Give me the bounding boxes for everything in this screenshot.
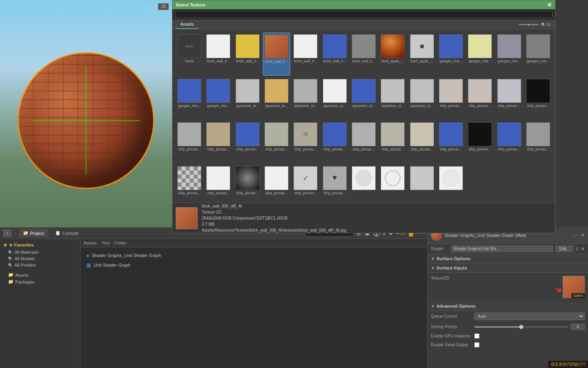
panel-tab-project[interactable]: 📁 Project [19, 229, 48, 237]
texture-item-41[interactable]: ship_pinnac... [234, 164, 261, 207]
texture-item-25[interactable]: ship_pinnac... [524, 77, 552, 119]
texture-item-15[interactable]: japanese_st... [234, 77, 261, 119]
texture-item-14[interactable]: ganges_rive... [205, 77, 232, 119]
texture-item-38[interactable]: ship_pinnac... [524, 121, 552, 163]
select-button[interactable]: Select [572, 293, 585, 298]
sidebar-all-prefabs[interactable]: 🔍 All Prefabs [0, 262, 80, 268]
texture-item-7[interactable]: food_apple_... [379, 33, 406, 76]
texture-item-17[interactable]: japanese_st... [292, 77, 319, 119]
texture-item-12[interactable]: ganges_rive... [524, 33, 552, 76]
queue-control-dropdown[interactable]: Auto [474, 312, 585, 320]
texture-item-13[interactable]: ganges_rive... [176, 77, 203, 119]
texture-label-38: ship_pinnac... [527, 147, 549, 151]
sidebar-all-materials[interactable]: 🔍 All Materials [0, 249, 80, 255]
inspector-more-button[interactable]: ⋯ [574, 232, 578, 238]
texture-item-47[interactable] [408, 164, 435, 207]
sidebar-all-models[interactable]: 🔍 All Models [0, 255, 80, 262]
texture-item-20[interactable]: japanese_st... [379, 77, 406, 119]
shader-dropdown[interactable]: Shader Graphs/Unit Shi... [451, 245, 553, 252]
dialog-close-button[interactable]: ✕ [547, 2, 552, 8]
texture-item-24[interactable]: ship_pinnac... [495, 77, 522, 119]
texture-thumb-3 [264, 35, 289, 59]
texture-label-37: ship_pinnac... [498, 147, 520, 151]
sorting-priority-slider[interactable] [474, 326, 568, 328]
texture-item-36[interactable]: ship_pinnac... [466, 121, 494, 163]
texture-item-37[interactable]: ship_pinnac... [495, 121, 522, 163]
texture-item-22[interactable]: ship_pinnac... [437, 77, 465, 119]
texture-item-33[interactable]: ship_pinnac... [379, 121, 406, 163]
texture-item-45[interactable] [350, 164, 377, 207]
texture-item-30[interactable]: ✱ ship_pinnac... [292, 121, 319, 163]
breadcrumb-folder[interactable]: Folder [115, 241, 127, 245]
texture-item-32[interactable]: ship_pinnac... [350, 121, 377, 163]
texture-item-16[interactable]: japanese_st... [263, 77, 290, 119]
texture-item-48[interactable] [437, 164, 465, 207]
file-shader-graphs[interactable]: ● Shader Graphs_Unit Shader Graph [84, 251, 424, 260]
breadcrumb-test[interactable]: Test [102, 241, 110, 245]
texture-thumb-9 [439, 34, 463, 58]
texture-item-11[interactable]: ganges_rive... [495, 33, 522, 76]
texture-item-40[interactable]: ship_pinnac... [205, 164, 232, 207]
texture-item-35[interactable]: ship_pinnac... [437, 121, 465, 163]
texture-item-46[interactable] [379, 164, 406, 207]
dialog-search-input[interactable] [175, 11, 553, 18]
breadcrumb: Assets › Test › Folder [80, 239, 427, 247]
texture-item-43[interactable]: ✓ ship_pinnac... [292, 164, 319, 207]
texture-item-19[interactable]: japanese_st... [350, 77, 377, 119]
texture-item-44[interactable]: ▼ ship_pinnac... [321, 164, 348, 207]
texture-item-5[interactable]: brick_wall_0... [321, 33, 348, 76]
texture-thumb-22 [439, 79, 463, 103]
texture-item-26[interactable]: ship_pinnac... [176, 121, 203, 163]
advanced-options-header[interactable]: ▼ Advanced Options [428, 302, 588, 311]
edit-button[interactable]: Edit... [555, 245, 573, 252]
texture-item-3[interactable]: brick_wall_0... [263, 33, 290, 76]
gpu-instancing-checkbox[interactable] [474, 333, 479, 339]
texture-label-3: brick_wall_0... [265, 60, 288, 64]
texture-item-1[interactable]: brick_wall_0... [205, 33, 232, 76]
watermark: @吴呆哒代码的小Y [548, 361, 588, 368]
surface-inputs-header[interactable]: ▼ Surface Inputs [428, 263, 588, 273]
texture-thumb-38 [526, 122, 550, 146]
texture-label-11: ganges_rive... [498, 59, 520, 63]
texture-thumb-17 [293, 79, 318, 103]
texture-item-31[interactable]: ship_pinnac... [321, 121, 348, 163]
panel-tab-console[interactable]: 📋 Console [51, 229, 82, 237]
texture-item-28[interactable]: ship_pinnac... [234, 121, 261, 163]
texture-label-2: brick_wall_0... [236, 59, 259, 63]
texture-item-6[interactable]: brick_wall_0... [350, 33, 377, 76]
texture-thumb-33 [381, 122, 405, 146]
texture-item-23[interactable]: ship_pinnac... [466, 77, 494, 119]
sidebar-packages-folder[interactable]: 📁 Packages [0, 278, 80, 285]
texture-item-18[interactable]: japanese_st... [321, 77, 348, 119]
add-button[interactable]: + [3, 230, 11, 236]
sidebar-assets-folder[interactable]: 📁 Assets [0, 271, 80, 278]
breadcrumb-assets[interactable]: Assets [84, 241, 97, 245]
file-unit-shader-graph[interactable]: ▣ Unit Shader Graph [84, 260, 424, 270]
queue-control-label: Queue Control [431, 314, 471, 319]
texture-label-44: ship_pinnac... [324, 191, 346, 195]
texture-thumb-42 [264, 166, 289, 190]
texture-item-8[interactable]: ⬛ food_apple_... [408, 33, 435, 76]
sorting-priority-value[interactable]: 0 [571, 324, 585, 330]
texture-item-4[interactable]: brick_wall_0... [292, 33, 319, 76]
2d-mode-button[interactable]: 2D [158, 3, 169, 10]
texture-item-42[interactable]: ship_pinnac... [263, 164, 290, 207]
shader-list-icon[interactable]: ≡ [576, 246, 578, 252]
texture-item-29[interactable]: ship_pinnac... [263, 121, 290, 163]
inspector-close-button[interactable]: ✕ [581, 232, 585, 238]
surface-options-header[interactable]: ▼ Surface Options [428, 254, 588, 263]
double-sided-checkbox[interactable] [474, 342, 479, 347]
texture-item-10[interactable]: ganges_rive... [466, 33, 494, 76]
texture-item-none[interactable]: None None [176, 33, 203, 76]
horizontal-axis [32, 120, 139, 121]
queue-control-row: Queue Control Auto [428, 311, 588, 322]
texture-item-21[interactable]: japanese_st... [408, 77, 435, 119]
favorites-header[interactable]: ★ ★ Favorites [0, 241, 80, 249]
texture-item-39[interactable]: ship_pinnac... [176, 164, 203, 207]
texture-item-9[interactable]: ganges_rive... [437, 33, 465, 76]
tab-assets[interactable]: Assets [176, 20, 199, 29]
shader-settings-icon[interactable]: ✕ [581, 246, 585, 252]
texture-item-27[interactable]: ship_pinnac... [205, 121, 232, 163]
texture-item-2[interactable]: brick_wall_0... [234, 33, 261, 76]
texture-item-34[interactable]: ship_pinnac... [408, 121, 435, 163]
